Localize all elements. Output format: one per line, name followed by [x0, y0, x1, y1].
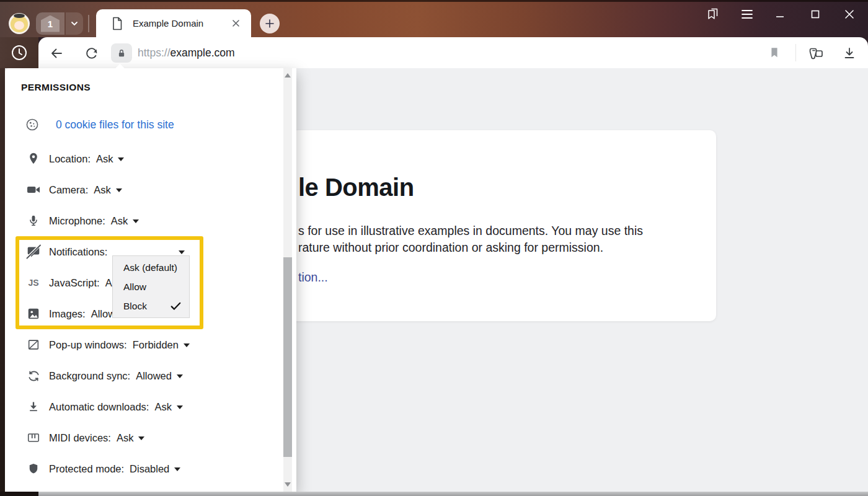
- caret-down-icon: [177, 374, 183, 378]
- bookmark-this-page-button[interactable]: [768, 46, 781, 60]
- permission-row-microphone: Microphone: Ask: [26, 210, 139, 231]
- toolbar-divider: [795, 44, 796, 61]
- window-bottom-left-edge: [0, 492, 38, 496]
- tab-group-button[interactable]: 1: [36, 12, 83, 35]
- tab-group-main[interactable]: 1: [36, 12, 64, 35]
- dropdown-option-allow[interactable]: Allow: [113, 277, 189, 296]
- scrollbar-thumb[interactable]: [283, 257, 292, 457]
- maximize-icon: [810, 9, 820, 19]
- page-body-line: s for use in illustrative examples in do…: [298, 224, 643, 238]
- caret-down-icon[interactable]: [179, 250, 185, 254]
- maximize-button[interactable]: [808, 7, 822, 21]
- permission-label: Automatic downloads:: [49, 401, 149, 413]
- midi-piano-icon: [26, 430, 41, 445]
- tab-title: Example Domain: [133, 18, 229, 29]
- refresh-button[interactable]: [84, 46, 98, 60]
- title-bar: 1 Example Domain: [0, 0, 868, 37]
- scrollbar-up-arrow[interactable]: [285, 73, 291, 78]
- cookie-files-link[interactable]: 0 cookie files for this site: [56, 118, 174, 131]
- site-security-badge[interactable]: [111, 43, 132, 63]
- collections-icon: [808, 46, 822, 61]
- close-icon: [844, 9, 854, 19]
- images-icon: [26, 306, 41, 321]
- permission-label: Location:: [49, 153, 91, 165]
- bookmarks-icon: [706, 7, 720, 22]
- permission-value-dropdown[interactable]: Ask: [117, 432, 145, 444]
- download-arrow-icon: [26, 399, 41, 414]
- caret-down-icon: [118, 157, 124, 161]
- notifications-muted-icon: [26, 244, 41, 259]
- new-tab-button[interactable]: [260, 14, 280, 33]
- permission-row-notifications: Notifications:: [26, 241, 113, 262]
- chevron-down-icon: [70, 19, 79, 28]
- browser-window: 1 Example Domain: [0, 0, 868, 496]
- permission-value-dropdown[interactable]: Ask: [111, 215, 140, 227]
- minimize-button[interactable]: [773, 7, 787, 21]
- collections-button[interactable]: [808, 46, 822, 60]
- permission-value-dropdown[interactable]: Ask: [96, 153, 125, 165]
- scrollbar-down-arrow[interactable]: [285, 482, 291, 487]
- permission-row-camera: Camera: Ask: [26, 179, 122, 200]
- panel-title: PERMISSIONS: [21, 82, 91, 93]
- permission-value-dropdown[interactable]: Ask: [154, 401, 183, 413]
- main-menu-button[interactable]: [740, 7, 754, 21]
- page-body-line: rature without prior coordination or ask…: [298, 241, 603, 255]
- browser-tab[interactable]: Example Domain: [96, 9, 251, 37]
- dropdown-option-block[interactable]: Block: [113, 296, 189, 316]
- tabbar-divider: [88, 15, 89, 32]
- panel-scrollbar[interactable]: [283, 68, 292, 492]
- more-information-link[interactable]: tion...: [298, 270, 328, 285]
- minimize-icon: [775, 9, 785, 19]
- hamburger-menu-icon: [741, 9, 753, 19]
- javascript-icon: JS: [26, 275, 41, 290]
- popup-window-icon: [26, 337, 41, 352]
- avatar-headband: [14, 14, 25, 18]
- permission-value-dropdown[interactable]: Ask: [94, 184, 122, 196]
- url-text[interactable]: https://example.com: [138, 37, 235, 68]
- permission-value-dropdown[interactable]: Forbidden: [133, 339, 190, 351]
- caret-down-icon: [184, 343, 190, 347]
- window-bottom-edge: [38, 492, 868, 496]
- downloads-button[interactable]: [842, 46, 856, 60]
- caret-down-icon: [174, 467, 180, 471]
- permission-label: Protected mode:: [49, 463, 124, 475]
- permission-value-dropdown[interactable]: Allowed: [136, 370, 183, 382]
- permission-row-popups: Pop-up windows: Forbidden: [26, 334, 190, 355]
- address-bar-row: https://example.com: [0, 37, 868, 68]
- shield-icon: [26, 461, 41, 476]
- avatar-face: [14, 21, 24, 30]
- camera-icon: [26, 182, 41, 197]
- sync-icon: [26, 368, 41, 383]
- caret-down-icon: [133, 219, 139, 223]
- tab-close-icon[interactable]: [229, 17, 242, 30]
- page-document-icon: [111, 17, 123, 30]
- permission-label: Images:: [49, 308, 86, 320]
- cookie-files-row: 0 cookie files for this site: [25, 114, 174, 135]
- caret-down-icon: [177, 405, 183, 409]
- permission-label: Microphone:: [49, 215, 105, 227]
- back-button[interactable]: [49, 46, 63, 60]
- tab-group-expander[interactable]: [66, 12, 83, 35]
- permission-label: Pop-up windows:: [49, 339, 127, 351]
- clock-icon: [10, 43, 29, 62]
- caret-down-icon: [138, 436, 144, 440]
- permission-row-midi: MIDI devices: Ask: [26, 427, 144, 448]
- microphone-icon: [26, 213, 41, 228]
- close-window-button[interactable]: [843, 7, 856, 21]
- notifications-dropdown-menu: Ask (default) Allow Block: [112, 255, 190, 318]
- permission-label: MIDI devices:: [49, 432, 111, 444]
- dropdown-option-ask-default[interactable]: Ask (default): [113, 258, 189, 277]
- permission-value-dropdown[interactable]: Disabled: [130, 463, 180, 475]
- permission-row-location: Location: Ask: [26, 148, 124, 169]
- page-heading: le Domain: [298, 174, 414, 202]
- history-sidebar-button[interactable]: [0, 37, 38, 68]
- bookmarks-panel-button[interactable]: [706, 7, 720, 21]
- tab-count-badge: 1: [41, 16, 60, 32]
- checkmark-icon: [170, 301, 181, 311]
- profile-avatar[interactable]: [9, 13, 30, 34]
- window-left-edge: [0, 68, 5, 496]
- cookie-icon: [25, 117, 40, 132]
- permission-label: Background sync:: [49, 370, 130, 382]
- permission-label: JavaScript:: [49, 277, 100, 289]
- permission-label: Notifications:: [49, 246, 107, 258]
